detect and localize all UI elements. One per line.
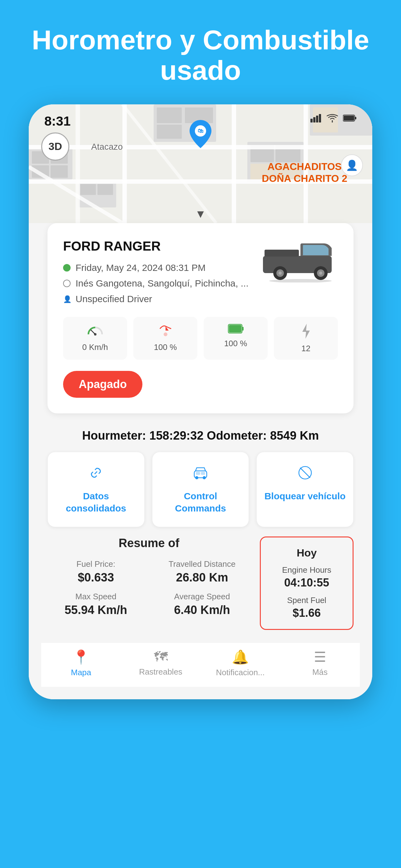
nav-mapa[interactable]: 📍 Mapa (41, 649, 121, 677)
notificaciones-icon: 🔔 (232, 649, 249, 665)
avg-speed-value: 6.40 Km/h (154, 603, 250, 617)
engine-hours-label: Engine Hours (268, 565, 345, 575)
resume-max-speed: Max Speed 55.94 Km/h (47, 592, 144, 617)
resume-title: Resume of (47, 536, 250, 550)
map-street-label: Atacazo (91, 142, 123, 152)
map-pin: 🛍 (190, 120, 211, 149)
svg-line-59 (300, 468, 310, 478)
map-chevron-icon[interactable]: ▼ (195, 208, 206, 223)
phone-frame: 8:31 (29, 104, 372, 699)
mas-label: Más (312, 668, 328, 677)
svg-rect-23 (232, 104, 236, 223)
signal-value: 100 % (154, 342, 177, 352)
bloquear-vehiculo-label: Bloquear vehículo (265, 490, 346, 502)
bloquear-vehiculo-button[interactable]: Bloquear vehículo (257, 452, 354, 527)
svg-point-56 (195, 476, 198, 479)
hero-title: Horometro y Combustible usado (0, 0, 401, 104)
signal-icon (157, 323, 174, 339)
datos-consolidados-label: Datos consolidados (54, 490, 138, 514)
svg-rect-28 (310, 119, 312, 122)
mapa-icon: 📍 (72, 649, 90, 665)
resume-grid: Fuel Price: $0.633 Travelled Distance 26… (47, 559, 250, 617)
status-bar-icons (310, 114, 357, 124)
vehicle-stats: 0 Km/h 100 % (63, 317, 338, 360)
battery-stat: 100 % (204, 317, 268, 360)
svg-rect-22 (123, 104, 127, 223)
svg-rect-54 (196, 472, 200, 475)
status-bar-time: 8:31 (44, 114, 71, 129)
action-buttons-row: Datos consolidados Control Commands (41, 452, 360, 536)
vehicle-card: FORD RANGER Friday, May 24, 2024 08:31 P… (47, 223, 354, 413)
svg-rect-30 (316, 116, 318, 122)
svg-point-44 (319, 272, 322, 275)
svg-rect-29 (313, 117, 315, 122)
driver-icon: 👤 (63, 295, 71, 303)
svg-rect-34 (343, 116, 354, 121)
car-front-icon (192, 465, 209, 484)
resume-travelled-distance: Travelled Distance 26.80 Km (154, 559, 250, 584)
datos-consolidados-button[interactable]: Datos consolidados (47, 452, 144, 527)
battery-full-icon (228, 323, 244, 336)
location-dot (63, 280, 71, 287)
svg-rect-7 (80, 184, 96, 195)
fuel-price-value: $0.633 (47, 571, 144, 584)
bolt-icon (300, 323, 312, 341)
spent-fuel-label: Spent Fuel (268, 595, 345, 605)
human-icon: 👤 (346, 159, 358, 171)
svg-rect-38 (265, 250, 299, 256)
svg-marker-52 (302, 324, 310, 339)
map-area: 8:31 (29, 104, 372, 223)
vehicle-address: Inés Gangotena, Sangolquí, Pichincha, ..… (75, 278, 248, 289)
svg-rect-12 (157, 125, 182, 139)
vehicle-date: Friday, May 24, 2024 08:31 PM (75, 262, 205, 273)
resume-fuel-price: Fuel Price: $0.633 (47, 559, 144, 584)
engine-hours: Engine Hours 04:10:55 (268, 565, 345, 589)
bottom-navigation: 📍 Mapa 🗺 Rastreables 🔔 Notificacion... ☰… (41, 642, 360, 687)
svg-text:🛍: 🛍 (198, 128, 203, 134)
nav-rastreables[interactable]: 🗺 Rastreables (121, 649, 201, 677)
resume-right-today: Hoy Engine Hours 04:10:55 Spent Fuel $1.… (260, 536, 354, 630)
speedometer-icon (87, 323, 103, 339)
svg-rect-10 (157, 107, 182, 123)
fuel-price-label: Fuel Price: (47, 559, 144, 569)
status-button[interactable]: Apagado (63, 371, 142, 398)
vehicle-image (257, 239, 338, 289)
signal-bars-icon (310, 114, 322, 124)
wifi-icon (327, 114, 338, 124)
svg-rect-31 (319, 114, 321, 122)
nav-mas[interactable]: ☰ Más (280, 649, 360, 677)
nav-notificaciones[interactable]: 🔔 Notificacion... (201, 649, 280, 677)
map-route-icon[interactable]: 👤 (341, 154, 363, 176)
travelled-distance-label: Travelled Distance (154, 559, 250, 569)
status-dot-green (63, 264, 71, 272)
svg-rect-8 (97, 184, 113, 195)
battery-icon (343, 114, 357, 123)
engine-hours-value: 04:10:55 (268, 576, 345, 589)
signal-stat: 100 % (133, 317, 197, 360)
speed-stat: 0 Km/h (63, 317, 127, 360)
svg-rect-55 (201, 472, 205, 475)
vehicle-driver: Unspecified Driver (75, 294, 152, 304)
control-commands-label: Control Commands (159, 490, 243, 514)
content-area: FORD RANGER Friday, May 24, 2024 08:31 P… (29, 223, 372, 699)
hourmeter-line: Hourmeter: 158:29:32 Odometer: 8549 Km (41, 413, 360, 452)
notificaciones-label: Notificacion... (216, 668, 265, 677)
resume-avg-speed: Average Speed 6.40 Km/h (154, 592, 250, 617)
rastreables-label: Rastreables (139, 667, 182, 677)
max-speed-label: Max Speed (47, 592, 144, 601)
control-commands-button[interactable]: Control Commands (152, 452, 249, 527)
svg-point-48 (164, 333, 167, 336)
svg-rect-33 (355, 117, 356, 119)
rastreables-icon: 🗺 (154, 649, 168, 664)
resume-section: Resume of Fuel Price: $0.633 Travelled D… (41, 536, 360, 642)
travelled-distance-value: 26.80 Km (154, 571, 250, 584)
map-3d-button[interactable]: 3D (41, 132, 69, 161)
today-title: Hoy (268, 547, 345, 559)
speed-value: 0 Km/h (82, 342, 108, 352)
svg-point-41 (278, 272, 282, 275)
map-background: 8:31 (29, 104, 372, 223)
map-location-label: AGACHADITOS DOÑA CHARITO 2 (262, 161, 347, 185)
bolt-value: 12 (301, 344, 310, 353)
svg-point-57 (203, 476, 206, 479)
svg-rect-50 (242, 327, 244, 331)
